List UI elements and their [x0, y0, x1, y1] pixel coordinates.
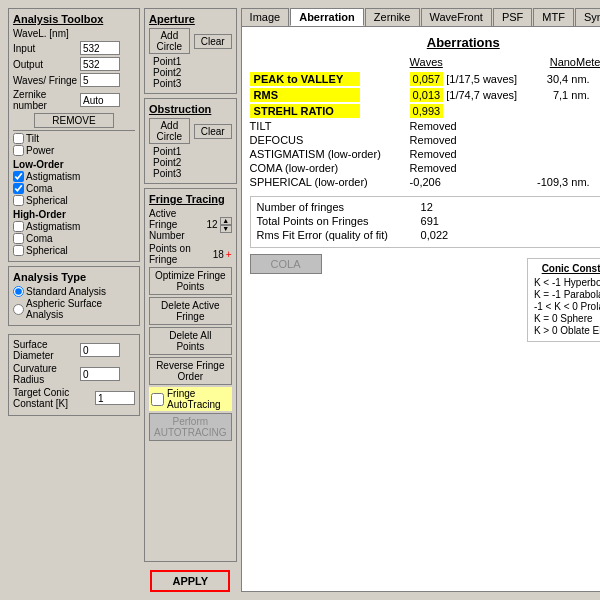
tab-psf[interactable]: PSF [493, 8, 532, 26]
tilt-checkbox[interactable] [13, 133, 24, 144]
points-plus-btn[interactable]: + [226, 249, 232, 260]
zernike-field[interactable] [80, 93, 120, 107]
lo-astig-checkbox[interactable] [13, 171, 24, 182]
tab-aberration[interactable]: Aberration [290, 8, 364, 26]
rms-fit-value: 0,022 [421, 229, 461, 241]
obstruction-clear-btn[interactable]: Clear [194, 124, 232, 139]
delete-active-btn[interactable]: Delete Active Fringe [149, 297, 232, 325]
fringe-down-btn[interactable]: ▼ [220, 225, 232, 233]
remove-button[interactable]: REMOVE [34, 113, 114, 128]
aber-nm-ptv: 30,4 nm. [530, 73, 590, 85]
aber-defocus-label: DEFOCUS [250, 134, 405, 146]
points-fringe-value: 18 [199, 249, 224, 260]
surface-diam-field[interactable] [80, 343, 120, 357]
aber-waves-coma: Removed [410, 162, 530, 174]
target-conic-row: Target Conic Constant [K] [13, 387, 135, 409]
summary-area: Number of fringes 12 Total Points on Fri… [250, 196, 600, 248]
zernike-row: Zernike number [13, 89, 135, 111]
delete-all-btn[interactable]: Delete All Points [149, 327, 232, 355]
apply-button[interactable]: APPLY [150, 570, 230, 592]
lo-spherical-checkbox[interactable] [13, 195, 24, 206]
power-checkbox[interactable] [13, 145, 24, 156]
conic-title: Conic Constant (K) range [534, 263, 600, 274]
aber-nm-rms: 7,1 nm. [530, 89, 590, 101]
analysis-type-title: Analysis Type [13, 271, 135, 283]
aber-strehl-value: 0,993 [410, 104, 444, 118]
output-row: Output [13, 57, 135, 71]
aber-coma-label: COMA (low-order) [250, 162, 405, 174]
tab-mtf[interactable]: MTF [533, 8, 574, 26]
aber-tilt-label: TILT [250, 120, 405, 132]
output-label: Output [13, 59, 78, 70]
aber-waves-astig: Removed [410, 148, 530, 160]
tab-synthetic[interactable]: Synthetic [575, 8, 600, 26]
total-points-row: Total Points on Fringes 691 [257, 215, 600, 227]
aperture-clear-btn[interactable]: Clear [194, 34, 232, 49]
num-fringes-row: Number of fringes 12 [257, 201, 600, 213]
cola-button[interactable]: COLA [250, 254, 322, 274]
optimize-fringe-btn[interactable]: Optimize Fringe Points [149, 267, 232, 295]
aspheric-analysis-radio[interactable] [13, 304, 24, 315]
lo-spherical-row: Spherical [13, 195, 135, 206]
output-field[interactable] [80, 57, 120, 71]
low-order-section: Low-Order [13, 159, 135, 170]
aperture-box: Aperture Add Circle Clear Point1 Point2 … [144, 8, 237, 94]
conic-row-3: K = 0 Sphere [534, 313, 600, 324]
summary-box: Number of fringes 12 Total Points on Fri… [250, 196, 600, 248]
power-row: Power [13, 145, 135, 156]
aber-ptv-value: 0,057 [410, 72, 444, 86]
waves-fringe-field[interactable] [80, 73, 120, 87]
hi-coma-checkbox[interactable] [13, 233, 24, 244]
curvature-row: Curvature Radius [13, 363, 135, 385]
tab-wavefront[interactable]: WaveFront [421, 8, 492, 26]
aberrations-title: Aberrations [250, 35, 600, 50]
aber-ptv-range: [1/17,5 waves] [446, 73, 517, 85]
zernike-label: Zernike number [13, 89, 78, 111]
standard-analysis-row: Standard Analysis [13, 286, 135, 297]
fringe-up-btn[interactable]: ▲ [220, 217, 232, 225]
tab-zernike[interactable]: Zernike [365, 8, 420, 26]
obstruction-point2: Point2 [153, 157, 232, 168]
aber-spherical-label: SPHERICAL (low-order) [250, 176, 405, 188]
cola-conic-row: COLA Conic Constant (K) range K < -1 Hyp… [250, 254, 600, 342]
hi-spherical-checkbox[interactable] [13, 245, 24, 256]
perform-autotrace-btn[interactable]: Perform AUTOTRACING [149, 413, 232, 441]
fringe-box: Fringe Tracing Active Fringe Number 12 ▲… [144, 188, 237, 562]
aber-nm-spherical: -109,3 nm. [530, 176, 590, 188]
aber-name-coma: COMA (low-order) [250, 162, 410, 174]
aspheric-analysis-label: Aspheric Surface Analysis [26, 298, 135, 320]
hi-astig-checkbox[interactable] [13, 221, 24, 232]
aber-astig-label: ASTIGMATISM (low-order) [250, 148, 405, 160]
toolbox-title: Analysis Toolbox [13, 13, 135, 25]
lo-coma-checkbox[interactable] [13, 183, 24, 194]
curvature-label: Curvature Radius [13, 363, 78, 385]
target-conic-field[interactable] [95, 391, 135, 405]
hi-spherical-row: Spherical [13, 245, 135, 256]
input-field[interactable] [80, 41, 120, 55]
right-panel: Image Aberration Zernike WaveFront PSF M… [241, 8, 600, 592]
obstruction-add-circle-btn[interactable]: Add Circle [149, 118, 190, 144]
aber-waves-strehl: 0,993 [410, 105, 530, 117]
wave-label: WaveL. [nm] [13, 28, 135, 39]
lo-coma-row: Coma [13, 183, 135, 194]
standard-analysis-radio[interactable] [13, 286, 24, 297]
aperture-btn-row: Add Circle Clear [149, 28, 232, 54]
curvature-field[interactable] [80, 367, 120, 381]
aber-rms-value: 0,013 [410, 88, 444, 102]
aperture-add-circle-btn[interactable]: Add Circle [149, 28, 190, 54]
waves-fringe-label: Waves/ Fringe [13, 75, 78, 86]
auto-tracing-checkbox[interactable] [151, 393, 164, 406]
active-fringe-label: Active Fringe Number [149, 208, 191, 241]
obstruction-title: Obstruction [149, 103, 232, 115]
aber-rms-label: RMS [250, 88, 360, 102]
conic-box: Conic Constant (K) range K < -1 Hyperbol… [527, 258, 600, 342]
aber-row-defocus: DEFOCUS Removed [250, 134, 600, 146]
aber-row-astig: ASTIGMATISM (low-order) Removed [250, 148, 600, 160]
waves-fringe-row: Waves/ Fringe [13, 73, 135, 87]
reverse-btn[interactable]: Reverse Fringe Order [149, 357, 232, 385]
lo-astig-row: Astigmatism [13, 171, 135, 182]
tab-image[interactable]: Image [241, 8, 290, 26]
content-area: Analysis Toolbox WaveL. [nm] Input Outpu… [8, 8, 592, 592]
obstruction-btn-row: Add Circle Clear [149, 118, 232, 144]
aber-name-rms: RMS [250, 88, 410, 102]
